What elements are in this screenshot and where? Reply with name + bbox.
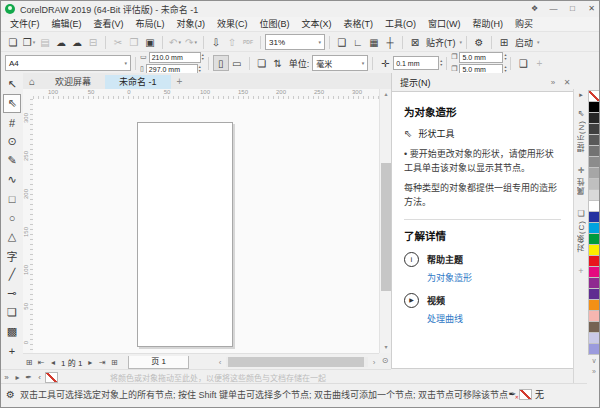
units-combo[interactable]: 毫米 ▾ (312, 55, 368, 71)
duplicate-x-field[interactable]: 5.0 mm (459, 52, 503, 63)
all-pages-size-button[interactable]: ❏ (254, 55, 270, 71)
help-topics-link[interactable]: 为对象造形 (427, 271, 472, 284)
transparency-tool[interactable]: ▩ (3, 322, 21, 341)
print-button[interactable]: ⊟ (85, 34, 101, 50)
first-page-button[interactable]: ⇤ (35, 356, 47, 369)
page-width-spinner[interactable]: ▴▾ (202, 53, 204, 61)
palette-flyout-icon[interactable]: ▸ (12, 371, 23, 383)
tab-welcome-screen[interactable]: 欢迎屏幕 (41, 75, 105, 89)
zoom-tool[interactable]: ⊙ (3, 132, 21, 151)
duplicate-x-spinner[interactable]: ▴▾ (504, 53, 506, 61)
crop-tool[interactable]: # (3, 113, 21, 132)
menu-edit[interactable]: 编辑(E) (46, 17, 88, 31)
last-page-button[interactable]: ⇥ (96, 356, 108, 369)
videos-link[interactable]: 处理曲线 (427, 312, 463, 325)
scroll-right-icon[interactable]: › (369, 358, 379, 367)
cut-button[interactable]: ✂ (110, 34, 126, 50)
options-button[interactable]: ⚙ (471, 34, 487, 50)
menu-help[interactable]: 帮助(H) (467, 17, 510, 31)
ellipse-tool[interactable]: ○ (3, 208, 21, 227)
treat-as-filled-button[interactable]: ❑ (515, 55, 531, 71)
more-tools-button[interactable]: + (3, 341, 21, 360)
new-tab-button[interactable]: + (171, 75, 189, 89)
tab-untitled-document[interactable]: 未命名 -1 (105, 75, 171, 89)
show-grid-button[interactable]: ▦ (366, 34, 382, 50)
color-swatch[interactable] (588, 343, 600, 355)
menu-text[interactable]: 文本(X) (296, 17, 338, 31)
vertical-scroll-thumb[interactable] (381, 163, 391, 291)
menu-layout[interactable]: 布局(L) (130, 17, 171, 31)
landscape-button[interactable]: ▭ (229, 55, 245, 71)
text-tool[interactable]: 字 (3, 246, 21, 265)
menu-bitmaps[interactable]: 位图(B) (254, 17, 296, 31)
status-gear-icon[interactable]: ⚙ (6, 389, 15, 400)
zoom-level-combo[interactable]: 31% ▾ (265, 34, 325, 50)
add-docker-button[interactable]: + (578, 266, 583, 276)
paste-button[interactable]: ▣ (142, 34, 158, 50)
page-boundary[interactable] (137, 122, 233, 347)
pdf-button[interactable]: PDF (240, 34, 256, 50)
navigator-button[interactable]: ⊙ (379, 353, 391, 369)
palette-scroll-down-icon[interactable]: ∨ (591, 355, 596, 366)
current-page-size-button[interactable]: ⇅ (270, 55, 286, 71)
rectangle-tool[interactable]: □ (3, 189, 21, 208)
page-size-preset-combo[interactable]: A4 ▾ (5, 55, 131, 71)
docker-expand-icon[interactable]: ▸ (579, 89, 583, 101)
horizontal-scroll-thumb[interactable] (228, 357, 364, 367)
toolbox-overflow-button[interactable]: » (1, 371, 12, 383)
pick-tool[interactable]: ↖ (3, 75, 21, 94)
page-width-field[interactable]: 210.0 mm (149, 52, 201, 63)
nudge-distance-field[interactable]: 0.1 mm (393, 56, 439, 70)
menu-tools[interactable]: 工具(O) (379, 17, 422, 31)
customize-plus-button[interactable]: + (531, 55, 547, 71)
cloud-upload-button[interactable]: ☁ (53, 34, 69, 50)
page-height-spinner[interactable]: ▴▾ (199, 65, 201, 73)
duplicate-y-spinner[interactable]: ▴▾ (504, 65, 506, 73)
nudge-spinner[interactable]: ▴▾ (440, 59, 442, 67)
show-guidelines-button[interactable]: ┼ (382, 34, 398, 50)
menu-table[interactable]: 表格(T) (338, 17, 380, 31)
freehand-tool[interactable]: ✎ (3, 151, 21, 170)
home-icon[interactable]: ⌂ (23, 75, 41, 89)
prev-page-button[interactable]: ◂ (47, 356, 59, 369)
new-document-button[interactable]: ❏ (5, 34, 21, 50)
fullscreen-preview-button[interactable]: ❑ (334, 34, 350, 50)
docker-close-icon[interactable]: ✕ (560, 75, 574, 89)
artistic-media-tool[interactable]: ∿ (3, 170, 21, 189)
cloud-download-button[interactable]: ☁ (69, 34, 85, 50)
launch-button[interactable]: 启动 ▾ (512, 34, 540, 50)
menu-file[interactable]: 文件(F) (4, 17, 46, 31)
docker-tab-objects[interactable]: ❏对象(C) (576, 207, 587, 252)
palette-expand-icon[interactable]: » (592, 366, 596, 377)
open-button[interactable]: ❐▾ (21, 34, 37, 50)
undo-button[interactable]: ↶▾ (167, 34, 183, 50)
next-page-button[interactable]: ▸ (84, 356, 96, 369)
maximize-button[interactable]: □ (563, 2, 582, 16)
close-button[interactable]: ✕ (582, 2, 600, 16)
minimize-button[interactable]: — (544, 2, 563, 16)
export-button[interactable]: ⇧ (224, 34, 240, 50)
connector-tool[interactable]: ⊸ (3, 284, 21, 303)
redo-button[interactable]: ↷▾ (183, 34, 199, 50)
horizontal-scrollbar[interactable] (226, 357, 368, 367)
snap-to-button[interactable]: 贴齐(T) ▾ (423, 34, 462, 50)
portrait-button[interactable]: ▯ (213, 55, 229, 71)
menu-window[interactable]: 窗口(W) (422, 17, 467, 31)
menu-object[interactable]: 对象(J) (171, 17, 212, 31)
page-tab[interactable]: 页 1 (128, 356, 189, 369)
sign-in-icon[interactable]: ❖ (525, 2, 544, 16)
menu-view[interactable]: 查看(V) (88, 17, 130, 31)
add-page-start-button[interactable]: ⊞ (23, 356, 35, 369)
show-rulers-button[interactable]: ∟ (350, 34, 366, 50)
menu-buy[interactable]: 购买 (509, 17, 539, 31)
drawing-canvas[interactable] (33, 99, 379, 353)
eyedropper-icon[interactable]: ✒ (23, 371, 34, 383)
palette-scroll-left-icon[interactable]: ‹ (34, 371, 45, 383)
add-page-end-button[interactable]: ⊞ (108, 356, 120, 369)
docker-tab-hints[interactable]: ⇖提示(N) (576, 107, 587, 152)
save-button[interactable]: ▤ (37, 34, 53, 50)
polygon-tool[interactable]: △ (3, 227, 21, 246)
docker-tab-properties[interactable]: ✛属性 (576, 164, 587, 195)
import-button[interactable]: ⇩ (208, 34, 224, 50)
snap-disable-button[interactable]: ⊠ (407, 34, 423, 50)
